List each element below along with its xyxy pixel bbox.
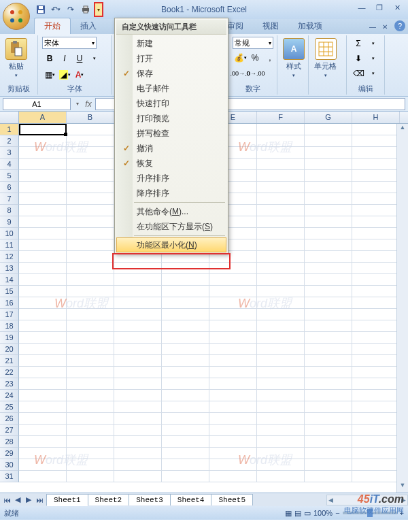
cell[interactable]: [305, 182, 352, 193]
cell[interactable]: [352, 251, 400, 263]
cell[interactable]: [305, 228, 352, 239]
col-header-B[interactable]: B: [67, 112, 114, 123]
cell[interactable]: [352, 124, 400, 135]
row-header[interactable]: 2: [0, 135, 19, 147]
cell[interactable]: [114, 471, 162, 482]
cell[interactable]: [19, 263, 67, 274]
cell[interactable]: [305, 297, 352, 309]
cell[interactable]: [19, 413, 67, 425]
qat-menu-item[interactable]: ✓撤消: [116, 141, 226, 156]
fill-dropdown[interactable]: ▾: [366, 52, 381, 65]
row-header[interactable]: 25: [0, 401, 19, 413]
cell[interactable]: [305, 401, 352, 413]
cell[interactable]: [162, 355, 209, 367]
cell[interactable]: [114, 355, 162, 367]
cell[interactable]: [352, 459, 400, 471]
cell[interactable]: [305, 147, 352, 159]
cell[interactable]: [209, 425, 257, 436]
cell[interactable]: [305, 274, 352, 286]
cell[interactable]: [305, 159, 352, 170]
cell[interactable]: [67, 228, 114, 239]
cell[interactable]: [114, 309, 162, 320]
cell[interactable]: [352, 147, 400, 159]
cell[interactable]: [114, 425, 162, 436]
row-header[interactable]: 24: [0, 390, 19, 401]
cell[interactable]: [257, 367, 305, 378]
cell[interactable]: [114, 320, 162, 332]
row-header[interactable]: 11: [0, 239, 19, 251]
cell[interactable]: [352, 448, 400, 459]
cell[interactable]: [305, 170, 352, 182]
qat-menu-item[interactable]: 快速打印: [116, 96, 226, 111]
border-button[interactable]: ▦▾: [42, 68, 57, 82]
view-pagebreak-button[interactable]: ▭: [304, 509, 311, 518]
cell[interactable]: [114, 344, 162, 355]
comma-button[interactable]: ,: [262, 51, 277, 65]
cell[interactable]: [114, 459, 162, 471]
cell[interactable]: [19, 355, 67, 367]
row-header[interactable]: 20: [0, 344, 19, 355]
cell[interactable]: [305, 344, 352, 355]
row-header[interactable]: 26: [0, 413, 19, 425]
cell[interactable]: [209, 401, 257, 413]
cell[interactable]: [352, 378, 400, 390]
cell[interactable]: [305, 205, 352, 216]
col-header-G[interactable]: G: [305, 112, 352, 123]
underline-button[interactable]: U: [72, 52, 87, 65]
cell[interactable]: [19, 228, 67, 239]
cell[interactable]: [67, 135, 114, 147]
cell[interactable]: [209, 448, 257, 459]
cell[interactable]: [162, 297, 209, 309]
cell[interactable]: [305, 239, 352, 251]
cell[interactable]: [257, 390, 305, 401]
cell[interactable]: [257, 205, 305, 216]
cell[interactable]: [257, 320, 305, 332]
fill-color-button[interactable]: ◢▾: [57, 68, 72, 82]
cell[interactable]: [257, 332, 305, 344]
cell[interactable]: [257, 459, 305, 471]
styles-button[interactable]: A 样式 ▾: [282, 37, 306, 80]
cell[interactable]: [19, 182, 67, 193]
cell[interactable]: [19, 216, 67, 228]
cell[interactable]: [114, 263, 162, 274]
cell[interactable]: [19, 436, 67, 448]
restore-button[interactable]: ❐: [371, 1, 388, 14]
col-header-F[interactable]: F: [257, 112, 305, 123]
cell[interactable]: [257, 193, 305, 205]
cell[interactable]: [257, 182, 305, 193]
cell[interactable]: [209, 413, 257, 425]
cell[interactable]: [257, 471, 305, 482]
row-header[interactable]: 15: [0, 286, 19, 297]
cell[interactable]: [257, 344, 305, 355]
cell[interactable]: [305, 390, 352, 401]
sheet-nav-prev[interactable]: ◀: [12, 495, 23, 505]
cell[interactable]: [352, 182, 400, 193]
cell[interactable]: [114, 390, 162, 401]
cell[interactable]: [257, 448, 305, 459]
cell[interactable]: [19, 309, 67, 320]
cell[interactable]: [305, 459, 352, 471]
cell[interactable]: [67, 216, 114, 228]
cell[interactable]: [162, 320, 209, 332]
row-header[interactable]: 6: [0, 182, 19, 193]
cell[interactable]: [257, 378, 305, 390]
cell[interactable]: [305, 425, 352, 436]
cell[interactable]: [305, 251, 352, 263]
cell[interactable]: [352, 228, 400, 239]
cell[interactable]: [67, 147, 114, 159]
cell[interactable]: [162, 274, 209, 286]
cell[interactable]: [305, 135, 352, 147]
cell[interactable]: [19, 448, 67, 459]
tab-home[interactable]: 开始: [34, 18, 71, 34]
cell[interactable]: [162, 401, 209, 413]
col-header-A[interactable]: A: [19, 112, 67, 123]
cell[interactable]: [67, 425, 114, 436]
qat-menu-item[interactable]: 打印预览: [116, 111, 226, 126]
cell[interactable]: [114, 367, 162, 378]
cell[interactable]: [67, 124, 114, 135]
cell[interactable]: [67, 297, 114, 309]
select-all-corner[interactable]: [0, 112, 19, 123]
cell[interactable]: [209, 367, 257, 378]
cell[interactable]: [209, 332, 257, 344]
zoom-level[interactable]: 100%: [313, 509, 333, 517]
